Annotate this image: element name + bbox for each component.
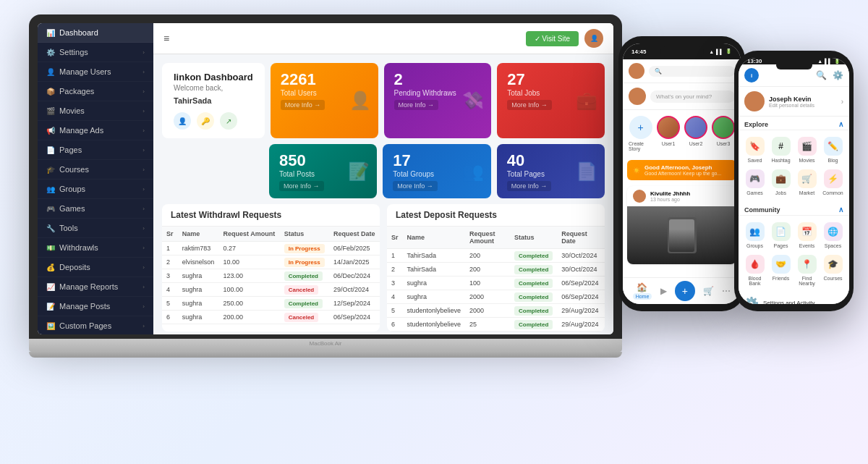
sidebar-label-packages: Packages (59, 87, 94, 96)
sidebar-item-tools[interactable]: 🔧 Tools › (38, 219, 153, 238)
p2-grid-pages[interactable]: 📄 Pages (768, 219, 793, 251)
p1-search-box[interactable]: 🔍 (649, 66, 735, 77)
sidebar-item-withdrawls[interactable]: 💵 Withdrawls › (38, 238, 153, 258)
story-3[interactable]: User3 (712, 116, 735, 151)
p1-post-input[interactable]: What's on your mind? (650, 90, 735, 103)
p2-grid-hashtag[interactable]: # Hashtag (768, 134, 793, 166)
chevron-icon: › (142, 245, 145, 251)
p2-grid-bloodbank[interactable]: 🩸 Blood Bank (742, 252, 767, 289)
p2-search-icon[interactable]: 🔍 (816, 70, 827, 80)
p2-grid-games[interactable]: 🎮 Games (742, 166, 767, 198)
share-action-icon[interactable]: ↗ (220, 112, 237, 130)
story-create[interactable]: + Create Story (629, 116, 652, 151)
p1-nav-add[interactable]: + (675, 281, 695, 301)
home-icon: 🏠 (637, 282, 647, 292)
user-action-icon[interactable]: 👤 (174, 112, 191, 130)
stat-card-pages[interactable]: 📄 40 Total Pages More Info → (497, 144, 605, 198)
play-icon: ▶ (660, 286, 667, 296)
sidebar-item-posts[interactable]: 📝 Manage Posts › (38, 297, 153, 316)
saved-label: Saved (748, 158, 762, 163)
p2-grid-market[interactable]: 🛒 Market (794, 166, 820, 198)
stat-more-pages[interactable]: More Info → (507, 181, 552, 191)
bloodbank-icon: 🩸 (746, 255, 765, 274)
hamburger-icon[interactable]: ≡ (163, 33, 169, 44)
explore-label: Explore (744, 121, 768, 128)
story-1[interactable]: User1 (657, 116, 680, 151)
p1-top-avatar (629, 63, 644, 79)
cell-status: Canceled (280, 283, 329, 297)
cell-sr: 5 (387, 304, 403, 318)
p2-grid-spaces[interactable]: 🌐 Spaces (820, 219, 846, 251)
col-date: Request Date (557, 227, 605, 249)
cell-sr: 3 (387, 277, 403, 290)
pages-grid-label: Pages (774, 243, 788, 248)
stat-more-users[interactable]: More Info → (281, 100, 326, 110)
stat-more-jobs[interactable]: More Info → (507, 100, 552, 110)
p1-nav-more[interactable]: ⋯ (722, 286, 731, 296)
col-name: Name (403, 227, 466, 249)
p2-grid-groups[interactable]: 👥 Groups (742, 219, 767, 251)
sidebar-item-games[interactable]: 🎮 Games › (38, 199, 153, 219)
sidebar-label-courses: Courses (59, 165, 89, 174)
stat-card-users[interactable]: 👤 2261 Total Users More Info → (271, 63, 378, 138)
cell-status: Completed (510, 318, 557, 332)
phone-1-time: 14:45 (631, 48, 646, 55)
withdraws-stat-icon: 💸 (462, 90, 484, 111)
visit-site-button[interactable]: ✓ Visit Site (526, 31, 579, 46)
stat-num-withdraws: 2 (394, 70, 482, 89)
p2-grid-events[interactable]: 📅 Events (794, 219, 820, 251)
story-2[interactable]: User2 (684, 116, 707, 151)
create-story-icon: + (629, 116, 652, 139)
pages-icon: 📄 (46, 146, 55, 154)
sidebar-item-movies[interactable]: 🎬 Movies › (38, 101, 153, 121)
stat-more-groups[interactable]: More Info → (393, 181, 438, 191)
stat-card-withdraws[interactable]: 💸 2 Pending Withdraws More Info → (384, 63, 492, 138)
phone-2: 13:30 ▲ ▌▌ 🔋 i 🔍 ⚙️ (734, 51, 854, 311)
stat-card-posts[interactable]: 📝 850 Total Posts More Info → (269, 144, 377, 198)
sidebar-item-groups[interactable]: 👥 Groups › (38, 180, 153, 199)
p2-grid-jobs[interactable]: 💼 Jobs (768, 166, 793, 198)
p2-grid-movies[interactable]: 🎬 Movies (794, 134, 820, 166)
welcome-username: TahirSada (174, 96, 211, 105)
sidebar-item-dashboard[interactable]: 📊 Dashboard (38, 23, 153, 43)
cell-amount: 200 (465, 263, 510, 277)
key-action-icon[interactable]: 🔑 (197, 112, 214, 130)
sidebar-item-courses[interactable]: 🎓 Courses › (38, 160, 153, 180)
p1-nav-shop[interactable]: 🛒 (703, 286, 714, 296)
explore-chevron[interactable]: ∧ (838, 120, 843, 128)
p1-nav-home[interactable]: 🏠 Home (633, 282, 652, 300)
p2-grid-blog[interactable]: ✏️ Blog (820, 134, 846, 166)
cell-status: Completed (510, 263, 557, 277)
p2-grid-saved[interactable]: 🔖 Saved (742, 134, 767, 166)
stat-card-jobs[interactable]: 💼 27 Total Jobs More Info → (497, 63, 605, 138)
cell-date: 06/Feb/2025 (329, 242, 380, 256)
users-icon: 👤 (46, 68, 55, 76)
laptop-screen: 📊 Dashboard ⚙️ Settings › 👤 Manage Users (38, 23, 613, 334)
sidebar-label-withdrawls: Withdrawls (59, 243, 98, 252)
sidebar-item-custom-pages[interactable]: 🖼️ Custom Pages › (38, 316, 153, 334)
p2-settings-row[interactable]: ⚙️ Settings and Activity (739, 292, 849, 304)
sidebar-item-pages[interactable]: 📄 Pages › (38, 140, 153, 160)
sidebar-item-deposits[interactable]: 💰 Deposits › (38, 258, 153, 277)
welcome-subtitle: Welcome back, (174, 84, 253, 92)
sidebar-item-reports[interactable]: 📈 Manage Reports › (38, 277, 153, 297)
p2-grid-nearby[interactable]: 📍 Find Nearby (794, 252, 820, 289)
p2-grid-common[interactable]: ⚡ Common (820, 166, 846, 198)
sidebar-item-packages[interactable]: 📦 Packages › (38, 82, 153, 101)
p2-grid-friends[interactable]: 🤝 Friends (768, 252, 793, 289)
sidebar-item-users[interactable]: 👤 Manage Users › (38, 62, 153, 82)
laptop-bottom (29, 352, 622, 358)
spaces-icon: 🌐 (824, 222, 843, 241)
stat-card-groups[interactable]: 👥 17 Total Groups More Info → (383, 144, 490, 198)
dashboard-body: Iinkon Dashboard Welcome back, TahirSada… (153, 54, 613, 334)
stat-more-posts[interactable]: More Info → (279, 181, 324, 191)
p2-gear-icon[interactable]: ⚙️ (833, 70, 843, 80)
p2-grid-courses[interactable]: 🎓 Courses (820, 252, 846, 289)
sidebar-item-ads[interactable]: 📢 Manage Ads › (38, 121, 153, 140)
stat-more-withdraws[interactable]: More Info → (394, 100, 439, 110)
p2-user-row[interactable]: Joseph Kevin Edit personal details › (739, 87, 849, 117)
community-chevron[interactable]: ∧ (838, 206, 843, 214)
sidebar-item-settings[interactable]: ⚙️ Settings › (38, 43, 153, 62)
p2-logo: i (744, 68, 759, 83)
p1-nav-play[interactable]: ▶ (660, 286, 667, 296)
